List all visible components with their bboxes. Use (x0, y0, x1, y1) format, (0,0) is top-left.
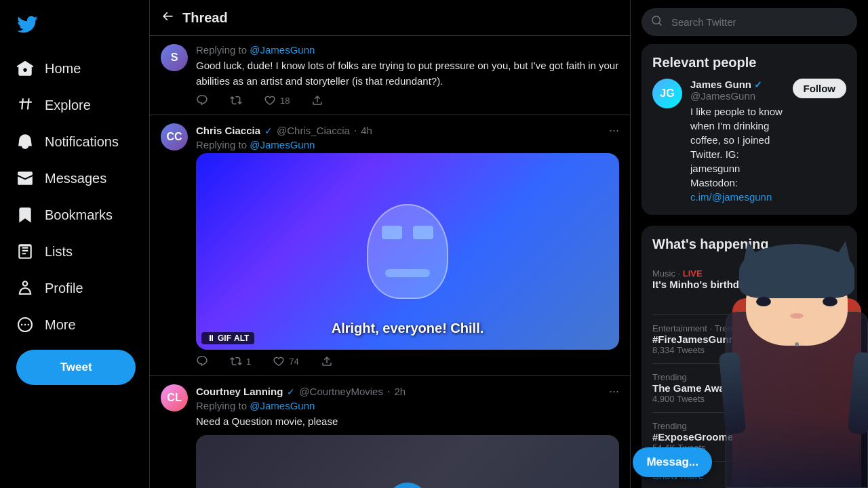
more-icon (16, 316, 34, 333)
mail-icon (16, 169, 34, 187)
trend-name: It's Minho's birthday 🎂 (652, 279, 803, 291)
tweet-time: 2h (394, 386, 406, 397)
retweet-button[interactable]: 1 (230, 355, 251, 367)
tweet-name: Courtney Lanning (196, 386, 283, 397)
avatar: S (161, 44, 188, 71)
trend-more-button[interactable]: ··· (837, 372, 846, 384)
relevant-people-title: Relevant people (652, 55, 846, 70)
follow-button[interactable]: Follow (793, 79, 847, 98)
share-button[interactable] (311, 94, 323, 106)
reply-to-link[interactable]: @JamesGunn (250, 139, 315, 150)
trend-category: Trending (652, 421, 846, 431)
tweet-time: 4h (361, 125, 372, 136)
trend-count: 8,334 Tweets (652, 345, 846, 355)
search-box (642, 8, 857, 36)
gif-badge: ⏸GIFALT (201, 332, 254, 344)
tweet-item: CC Chris Ciaccia ✓ @Chris_Ciaccia · 4h ·… (150, 115, 630, 376)
reply-to-link[interactable]: @JamesGunn (250, 400, 315, 411)
trend-more-button[interactable]: ··· (837, 421, 846, 433)
sidebar-item-lists-label: Lists (45, 244, 73, 260)
reply-to-link[interactable]: @JamesGunn (250, 44, 315, 56)
thread-title: Thread (182, 10, 228, 26)
tweet-item: S Replying to @JamesGunn Good luck, dude… (150, 36, 630, 115)
person-bio: I like people to know when I'm drinking … (690, 104, 785, 204)
tweet-more-button[interactable]: ··· (609, 123, 619, 138)
reply-to: Replying to @JamesGunn (196, 400, 619, 411)
main-feed: Thread S Replying to @JamesGunn Good luc… (149, 0, 631, 488)
person-avatar: JG (652, 79, 682, 108)
tweet-item: CL Courtney Lanning ✓ @CourtneyMovies · … (150, 376, 630, 488)
bookmark-icon (16, 206, 34, 224)
person-row: JG James Gunn ✓ @JamesGunn I like people… (652, 79, 846, 204)
bell-icon (16, 133, 34, 150)
tweet-text: Need a Question movie, please (196, 414, 619, 430)
person-icon (16, 279, 34, 297)
home-icon (16, 60, 34, 77)
sidebar-item-bookmarks-label: Bookmarks (45, 207, 113, 223)
mastodon-link[interactable]: c.im/@jamesgunn (690, 191, 772, 203)
sidebar-item-profile-label: Profile (45, 281, 83, 296)
message-button[interactable]: Messag... (633, 447, 712, 477)
reply-to: Replying to @JamesGunn (196, 139, 619, 150)
hashtag-icon (16, 96, 34, 114)
sidebar-item-notifications[interactable]: Notifications (8, 125, 141, 159)
like-button[interactable]: 74 (273, 355, 298, 367)
sidebar: Home Explore Notifications Messages Book… (0, 0, 149, 488)
tweet-handle: @CourtneyMovies (299, 386, 383, 397)
tweet-name: Chris Ciaccia (196, 125, 260, 136)
tweet-actions: 1 74 (196, 355, 619, 367)
search-input[interactable] (642, 8, 857, 36)
tweet-video[interactable] (196, 435, 619, 489)
relevant-people-section: Relevant people JG James Gunn ✓ @JamesGu… (642, 44, 857, 215)
sidebar-item-home[interactable]: Home (8, 52, 141, 85)
reply-button[interactable] (196, 355, 208, 367)
retweet-button[interactable] (230, 94, 242, 106)
gif-overlay-text: Alright, everyone! Chill. (332, 321, 484, 336)
like-button[interactable]: 18 (264, 94, 290, 106)
whats-happening-title: What's happening (652, 237, 846, 252)
lists-icon (16, 243, 34, 260)
retweet-count: 1 (246, 357, 251, 367)
person-info: James Gunn ✓ @JamesGunn I like people to… (690, 79, 785, 204)
sidebar-item-messages[interactable]: Messages (8, 161, 141, 195)
sidebar-item-explore[interactable]: Explore (8, 88, 141, 122)
sidebar-item-profile[interactable]: Profile (8, 271, 141, 305)
reply-button[interactable] (196, 94, 208, 106)
verified-badge: ✓ (264, 125, 273, 136)
sidebar-item-explore-label: Explore (45, 98, 91, 113)
share-button[interactable] (321, 355, 333, 367)
search-icon (651, 15, 663, 30)
person-name: James Gunn ✓ (690, 79, 785, 90)
trend-more-button[interactable]: ··· (837, 323, 846, 336)
trend-count: 4,900 Tweets (652, 394, 846, 404)
trend-name: #ExposeGroomers (652, 431, 846, 443)
trend-category: Trending (652, 372, 846, 382)
tweet-meta: Chris Ciaccia ✓ @Chris_Ciaccia · 4h ··· (196, 123, 619, 138)
tweet-meta: Courtney Lanning ✓ @CourtneyMovies · 2h … (196, 384, 619, 399)
sidebar-item-more[interactable]: More (8, 308, 141, 342)
twitter-logo[interactable] (8, 5, 141, 46)
trend-name: #FireJamesGunn (652, 333, 846, 345)
verified-badge: ✓ (287, 386, 295, 397)
sidebar-item-messages-label: Messages (45, 171, 106, 186)
tweet-more-button[interactable]: ··· (609, 384, 619, 399)
like-count: 74 (289, 357, 298, 367)
trend-thumbnail: 🎂 (808, 268, 846, 306)
tweet-text: Good luck, dude! I know lots of folks ar… (196, 58, 619, 89)
tweet-button[interactable]: Tweet (16, 350, 136, 385)
back-button[interactable] (161, 9, 174, 26)
avatar: CC (161, 123, 188, 150)
person-handle: @JamesGunn (690, 90, 785, 102)
tweet-gif[interactable]: ⏸GIFALT Alright, everyone! Chill. (196, 153, 619, 350)
trend-name: The Game Awards 2022 (652, 382, 846, 394)
sidebar-item-bookmarks[interactable]: Bookmarks (8, 198, 141, 232)
sidebar-item-lists[interactable]: Lists (8, 235, 141, 268)
right-sidebar: Relevant people JG James Gunn ✓ @JamesGu… (631, 0, 868, 488)
verified-icon: ✓ (754, 79, 762, 90)
trend-category: Entertainment · Trending (652, 323, 846, 333)
trend-item[interactable]: ··· Entertainment · Trending #FireJamesG… (652, 315, 846, 364)
tweet-handle: @Chris_Ciaccia (277, 125, 350, 136)
sidebar-item-more-label: More (45, 317, 76, 333)
trend-item[interactable]: Music · LIVE It's Minho's birthday 🎂 🎂 (652, 260, 846, 315)
trend-item[interactable]: ··· Trending The Game Awards 2022 4,900 … (652, 364, 846, 413)
